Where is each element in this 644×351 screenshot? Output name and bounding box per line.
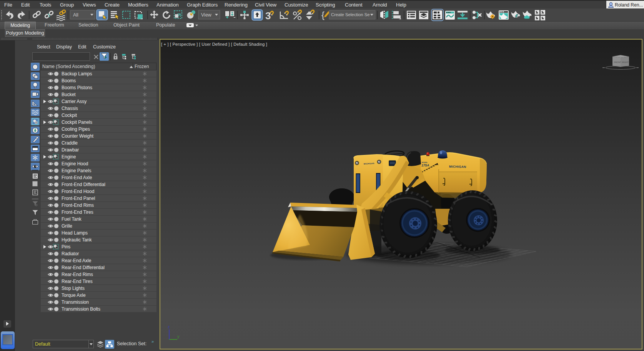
svg-text:y: y — [177, 334, 180, 339]
svg-text:MICHIGAN: MICHIGAN — [449, 165, 466, 169]
svg-text:FRONT: FRONT — [614, 61, 622, 63]
svg-text:175A: 175A — [421, 163, 429, 167]
svg-text:RIGHT: RIGHT — [622, 61, 629, 63]
svg-text:z: z — [168, 324, 170, 329]
